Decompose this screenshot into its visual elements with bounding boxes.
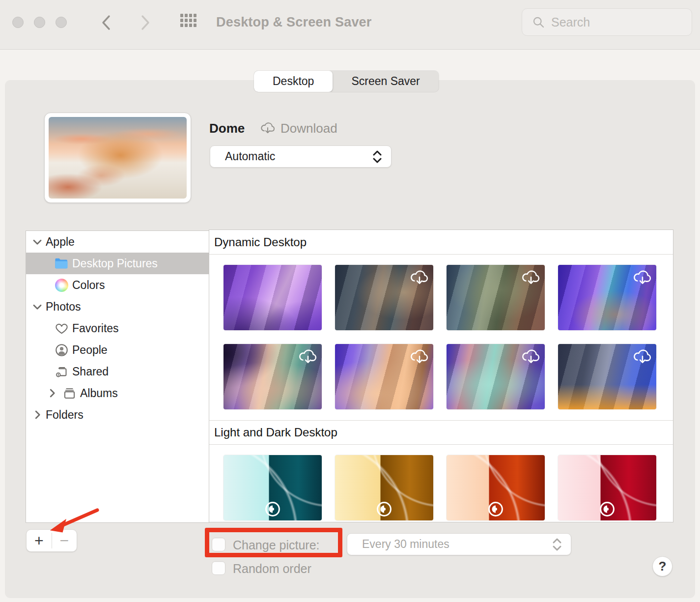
sidebar-label: People bbox=[72, 344, 108, 357]
zoom-window-button[interactable] bbox=[56, 17, 67, 28]
section-header-dynamic-desktop: Dynamic Desktop bbox=[209, 230, 673, 255]
wallpaper-name: Dome bbox=[209, 121, 245, 136]
sidebar-label: Apple bbox=[46, 235, 75, 249]
change-interval-select[interactable]: Every 30 minutes bbox=[347, 533, 571, 555]
chevron-down-icon[interactable] bbox=[32, 303, 43, 310]
add-remove-button-group: + − bbox=[26, 529, 77, 552]
appearance-mode-select[interactable]: Automatic bbox=[210, 145, 392, 168]
sidebar-label: Favorites bbox=[72, 322, 119, 335]
tab-screen-saver[interactable]: Screen Saver bbox=[333, 71, 438, 92]
source-list-sidebar: Apple Desktop Pictures Colors Photos Fav… bbox=[26, 230, 209, 523]
sidebar-item-albums[interactable]: Albums bbox=[26, 382, 209, 404]
sidebar-item-photos[interactable]: Photos bbox=[26, 296, 209, 317]
wallpaper-thumbnail-desert[interactable] bbox=[335, 344, 433, 409]
wallpaper-gallery-panel: Dynamic Desktop Light and Dark Desktop bbox=[209, 229, 673, 522]
chevron-right-icon[interactable] bbox=[32, 410, 43, 420]
light-dark-badge-icon bbox=[262, 499, 283, 519]
sidebar-item-colors[interactable]: Colors bbox=[26, 274, 209, 296]
light-dark-badge-icon bbox=[485, 499, 506, 519]
change-interval-value: Every 30 minutes bbox=[362, 538, 449, 551]
dome-wallpaper-image bbox=[49, 117, 187, 199]
cloud-download-icon bbox=[259, 120, 277, 137]
cloud-download-badge-icon bbox=[408, 346, 431, 369]
change-picture-label: Change picture: bbox=[233, 538, 320, 552]
close-window-button[interactable] bbox=[12, 17, 24, 28]
sidebar-item-apple[interactable]: Apple bbox=[26, 231, 209, 253]
download-link[interactable]: Download bbox=[259, 120, 337, 137]
cloud-download-badge-icon bbox=[297, 346, 319, 369]
add-folder-button[interactable]: + bbox=[27, 530, 52, 551]
light-dark-desktop-grid bbox=[209, 445, 673, 520]
wallpaper-thumbnail-monterey[interactable] bbox=[224, 265, 322, 330]
desktop-screensaver-tabs: Desktop Screen Saver bbox=[254, 71, 439, 92]
back-button[interactable] bbox=[98, 14, 115, 31]
title-bar: Desktop & Screen Saver Search bbox=[0, 0, 700, 50]
sidebar-item-favorites[interactable]: Favorites bbox=[26, 317, 209, 339]
wallpaper-thumbnail-valley[interactable] bbox=[224, 344, 322, 409]
albums-icon bbox=[61, 386, 77, 400]
sidebar-item-shared[interactable]: Shared bbox=[26, 361, 209, 382]
forward-button[interactable] bbox=[136, 14, 154, 31]
minimize-window-button[interactable] bbox=[34, 17, 45, 28]
current-wallpaper-preview bbox=[44, 113, 191, 203]
section-header-light-dark-desktop: Light and Dark Desktop bbox=[209, 420, 673, 445]
wallpaper-thumbnail-solar[interactable] bbox=[558, 344, 656, 409]
search-placeholder: Search bbox=[551, 15, 590, 29]
folder-icon bbox=[54, 257, 69, 270]
wallpaper-thumbnail-ld-orange[interactable] bbox=[447, 455, 545, 520]
download-label: Download bbox=[280, 121, 337, 136]
chevron-down-icon[interactable] bbox=[32, 238, 43, 245]
sidebar-label: Albums bbox=[80, 387, 118, 400]
cloud-download-badge-icon bbox=[631, 267, 654, 289]
sidebar-label: Photos bbox=[46, 300, 81, 314]
wallpaper-thumbnail-bigsur-photo[interactable] bbox=[335, 265, 433, 330]
sidebar-item-desktop-pictures[interactable]: Desktop Pictures bbox=[26, 253, 209, 274]
wallpaper-thumbnail-ld-pink[interactable] bbox=[558, 455, 656, 520]
chevron-right-icon[interactable] bbox=[47, 388, 57, 398]
sidebar-label: Folders bbox=[46, 408, 84, 422]
search-field[interactable]: Search bbox=[522, 8, 692, 36]
sidebar-label: Shared bbox=[72, 365, 109, 378]
cloud-download-badge-icon bbox=[408, 267, 431, 289]
wallpaper-thumbnail-catalina[interactable] bbox=[447, 265, 545, 330]
cloud-download-badge-icon bbox=[520, 346, 542, 369]
person-icon bbox=[54, 343, 69, 357]
color-wheel-icon bbox=[54, 278, 69, 292]
dynamic-desktop-grid bbox=[209, 255, 673, 409]
help-button[interactable]: ? bbox=[652, 556, 672, 576]
light-dark-badge-icon bbox=[597, 499, 617, 519]
select-chevrons-icon bbox=[551, 537, 563, 552]
show-all-grid-icon[interactable] bbox=[180, 13, 197, 31]
sidebar-label: Colors bbox=[72, 279, 105, 292]
shared-album-icon bbox=[54, 365, 69, 378]
appearance-mode-value: Automatic bbox=[225, 150, 275, 163]
wallpaper-thumbnail-bigsur-art[interactable] bbox=[558, 265, 656, 330]
window-title: Desktop & Screen Saver bbox=[216, 15, 372, 30]
sidebar-item-people[interactable]: People bbox=[26, 339, 209, 361]
wallpaper-thumbnail-ld-blue[interactable] bbox=[224, 455, 322, 520]
sidebar-item-folders[interactable]: Folders bbox=[26, 404, 209, 426]
light-dark-badge-icon bbox=[374, 499, 394, 519]
search-icon bbox=[532, 16, 545, 29]
remove-folder-button[interactable]: − bbox=[52, 530, 77, 551]
desktop-screensaver-preferences-window: { "window": { "title": "Desktop & Screen… bbox=[0, 0, 700, 602]
tab-desktop[interactable]: Desktop bbox=[254, 71, 333, 92]
wallpaper-thumbnail-beach[interactable] bbox=[447, 344, 545, 409]
cloud-download-badge-icon bbox=[631, 346, 654, 369]
heart-icon bbox=[54, 321, 69, 335]
select-chevrons-icon bbox=[371, 149, 383, 164]
random-order-label: Random order bbox=[233, 562, 311, 576]
sidebar-label: Desktop Pictures bbox=[72, 257, 158, 270]
random-order-checkbox[interactable] bbox=[212, 561, 225, 575]
cloud-download-badge-icon bbox=[520, 267, 542, 289]
wallpaper-thumbnail-ld-yellow[interactable] bbox=[335, 455, 433, 520]
change-picture-checkbox[interactable] bbox=[212, 538, 225, 551]
